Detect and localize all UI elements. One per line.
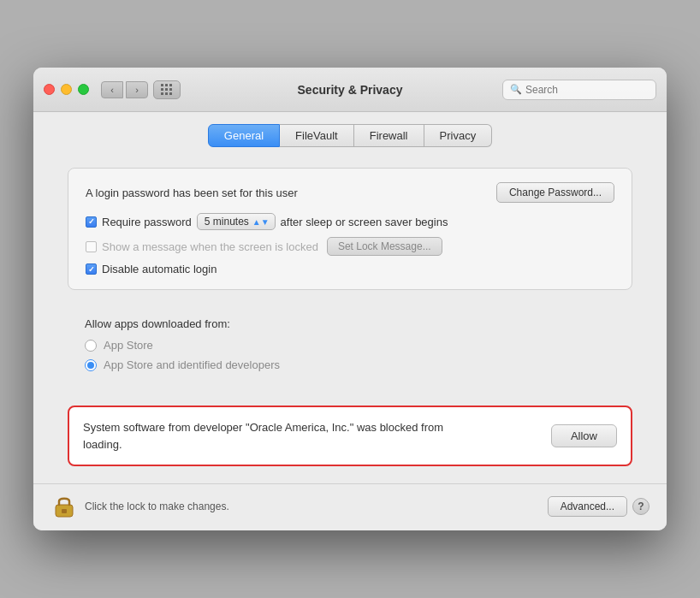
require-password-label: Require password (102, 216, 192, 228)
tabs-row: General FileVault Firewall Privacy (33, 112, 667, 156)
search-input[interactable] (525, 84, 649, 96)
password-row: A login password has been set for this u… (86, 182, 614, 203)
back-icon: ‹ (110, 85, 114, 95)
lock-svg (52, 493, 76, 520)
traffic-lights (44, 84, 89, 95)
lock-text: Click the lock to make changes. (85, 500, 229, 512)
forward-icon: › (135, 85, 139, 95)
lock-icon[interactable] (50, 493, 78, 520)
screen-lock-row: Show a message when the screen is locked… (86, 237, 614, 256)
require-password-suffix: after sleep or screen saver begins (281, 216, 448, 228)
tab-general[interactable]: General (208, 124, 280, 147)
back-button[interactable]: ‹ (101, 81, 123, 98)
help-button[interactable]: ? (632, 498, 650, 515)
radio-app-store-label: App Store (104, 339, 153, 352)
tab-firewall[interactable]: Firewall (354, 124, 424, 147)
password-section: A login password has been set for this u… (68, 168, 632, 290)
footer-right: Advanced... ? (548, 496, 650, 517)
alert-box: System software from developer "Oracle A… (68, 406, 632, 466)
tab-privacy[interactable]: Privacy (424, 124, 493, 147)
titlebar: ‹ › Security & Privacy 🔍 (33, 68, 667, 112)
app-grid-button[interactable] (153, 80, 181, 99)
radio-app-store-row: App Store (85, 339, 615, 352)
window-title: Security & Privacy (298, 83, 403, 97)
show-message-label: Show a message when the screen is locked (102, 240, 318, 253)
downloads-label: Allow apps downloaded from: (85, 317, 615, 330)
allow-button[interactable]: Allow (551, 424, 617, 447)
close-button[interactable] (44, 84, 55, 95)
radio-app-store[interactable] (85, 340, 97, 352)
main-window: ‹ › Security & Privacy 🔍 General FileVau… (33, 68, 667, 530)
password-label: A login password has been set for this u… (86, 187, 298, 199)
maximize-button[interactable] (78, 84, 89, 95)
disable-login-label: Disable automatic login (102, 263, 217, 275)
password-timeout-dropdown[interactable]: 5 minutes ▲▼ (197, 213, 276, 230)
radio-app-store-developers[interactable] (85, 359, 97, 371)
footer: Click the lock to make changes. Advanced… (33, 483, 667, 530)
alert-message: System software from developer "Oracle A… (83, 419, 477, 453)
search-box[interactable]: 🔍 (502, 80, 656, 100)
advanced-button[interactable]: Advanced... (548, 496, 627, 517)
forward-button[interactable]: › (126, 81, 148, 98)
radio-identified-row: App Store and identified developers (85, 358, 615, 371)
require-password-row: Require password 5 minutes ▲▼ after slee… (86, 213, 614, 230)
grid-icon (161, 84, 173, 96)
change-password-button[interactable]: Change Password... (496, 182, 614, 203)
tab-filevault[interactable]: FileVault (280, 124, 354, 147)
downloads-section: Allow apps downloaded from: App Store Ap… (68, 304, 632, 392)
svg-rect-1 (62, 509, 67, 513)
require-password-checkbox[interactable] (86, 216, 97, 228)
disable-login-row: Disable automatic login (86, 263, 614, 275)
set-lock-message-button[interactable]: Set Lock Message... (327, 237, 442, 256)
lock-area: Click the lock to make changes. (50, 493, 229, 520)
disable-login-checkbox[interactable] (86, 263, 97, 275)
timeout-value: 5 minutes (205, 216, 249, 228)
dropdown-arrow-icon: ▲▼ (252, 217, 270, 227)
search-icon: 🔍 (510, 84, 522, 95)
radio-identified-label: App Store and identified developers (104, 358, 280, 371)
content-area: A login password has been set for this u… (33, 156, 667, 483)
show-message-checkbox[interactable] (86, 241, 97, 252)
minimize-button[interactable] (61, 84, 72, 95)
nav-buttons: ‹ › (101, 81, 148, 98)
